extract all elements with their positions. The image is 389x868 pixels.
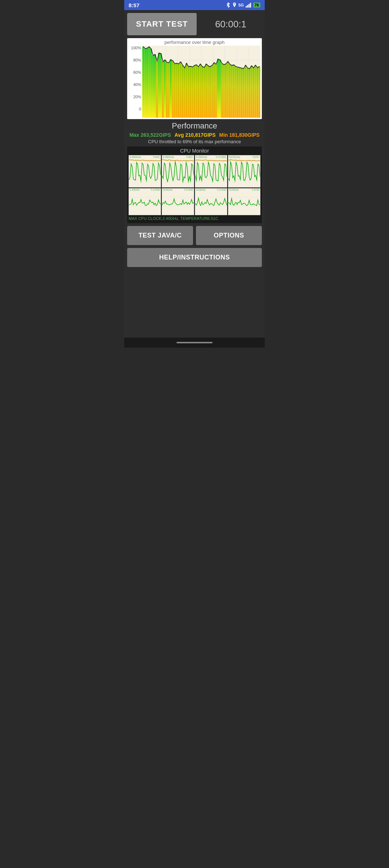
battery-indicator: 76: [253, 3, 260, 8]
cpu3-temp: T47C: [252, 155, 259, 159]
action-buttons-row: TEST JAVA/C OPTIONS: [127, 226, 262, 245]
cpu2-freq: 0.69GHz: [196, 155, 207, 159]
graph-yaxis: 100% 80% 60% 40% 20% 0: [129, 46, 142, 118]
start-test-button[interactable]: START TEST: [127, 13, 197, 35]
graph-area: time(interval 10min): [142, 46, 260, 118]
stat-max: Max 263,522GIPS: [129, 132, 171, 138]
svg-rect-2: [246, 6, 247, 8]
location-icon: [232, 2, 237, 8]
bottom-space: [127, 270, 262, 335]
test-java-c-button[interactable]: TEST JAVA/C: [127, 226, 193, 245]
cpu-cell-3: 0C9GHz T47C: [228, 155, 260, 187]
bluetooth-icon: [226, 2, 231, 8]
svg-rect-4: [249, 4, 250, 8]
5g-icon: 5G: [238, 3, 244, 7]
cpu2-temp: T-27300: [216, 155, 226, 159]
cpu-monitor-section: CPU Monitor 0.69GHz T44C 0.69GHz T45C 0.…: [127, 146, 262, 223]
top-row: START TEST 60:00:1: [127, 13, 262, 35]
cpu-grid-row2: 1.49GHz T-27300 0C9GHz T-27300 0C9GHz T-…: [129, 188, 260, 215]
cpu5-chart: [162, 189, 194, 215]
cpu-grid-row1: 0.69GHz T44C 0.69GHz T45C 0.69GHz T-2730…: [129, 155, 260, 187]
cpu-cell-0: 0.69GHz T44C: [129, 155, 161, 187]
stat-min: Min 181,830GIPS: [219, 132, 260, 138]
timer-display: 60:00:1: [200, 19, 262, 30]
cpu1-freq: 0.69GHz: [163, 155, 174, 159]
cpu7-chart: [228, 189, 260, 215]
cpu7-temp: T-2730: [251, 189, 259, 191]
cpu7-freq: 0C9GHz: [229, 189, 239, 191]
cpu6-freq: 0C9GHz: [196, 189, 206, 191]
cpu-footer: MAX CPU CLOCK:2.40GHz, TEMPERATURE:51C: [129, 215, 260, 222]
status-bar: 8:57 5G 76: [124, 0, 265, 10]
throttle-info: CPU throttled to 69% of its max performa…: [127, 139, 262, 144]
cpu-cell-4: 1.49GHz T-27300: [129, 188, 161, 215]
performance-numbers: Max 263,522GIPS Avg 210,817GIPS Min 181,…: [127, 132, 262, 138]
performance-graph-section: performance over time graph 100% 80% 60%…: [127, 38, 262, 119]
cpu4-chart: [129, 189, 161, 215]
cpu-monitor-title: CPU Monitor: [129, 148, 260, 154]
cpu0-freq: 0.69GHz: [130, 155, 141, 159]
performance-stats: Performance Max 263,522GIPS Avg 210,817G…: [127, 121, 262, 144]
cpu1-chart: [162, 155, 194, 187]
options-button[interactable]: OPTIONS: [196, 226, 262, 245]
cpu6-chart: [195, 189, 227, 215]
graph-container: 100% 80% 60% 40% 20% 0 time(interval 10m…: [129, 46, 260, 118]
cpu-cell-7: 0C9GHz T-2730: [228, 188, 260, 215]
cpu2-chart: [195, 155, 227, 187]
cpu-cell-1: 0.69GHz T45C: [162, 155, 194, 187]
graph-title: performance over time graph: [129, 40, 260, 45]
app-content: START TEST 60:00:1 performance over time…: [124, 10, 265, 338]
performance-chart: [142, 46, 260, 118]
cpu0-chart: [129, 155, 161, 187]
nav-bar: [124, 338, 265, 348]
cpu6-temp: T-27300: [217, 189, 226, 191]
signal-icon: [246, 3, 251, 8]
cpu1-temp: T45C: [186, 155, 193, 159]
cpu-cell-2: 0.69GHz T-27300: [195, 155, 227, 187]
svg-rect-3: [247, 5, 248, 8]
cpu3-chart: [228, 155, 260, 187]
cpu5-freq: 0C9GHz: [163, 189, 173, 191]
svg-rect-5: [250, 3, 251, 8]
cpu3-freq: 0C9GHz: [229, 155, 240, 159]
cpu4-temp: T-27300: [151, 189, 160, 191]
cpu4-freq: 1.49GHz: [130, 189, 140, 191]
home-indicator: [176, 342, 213, 343]
status-icons: 5G 76: [226, 2, 260, 8]
cpu-cell-5: 0C9GHz T-27300: [162, 188, 194, 215]
help-instructions-button[interactable]: HELP/INSTRUCTIONS: [127, 248, 262, 267]
cpu5-temp: T-27300: [184, 189, 193, 191]
cpu0-temp: T44C: [153, 155, 160, 159]
performance-title: Performance: [127, 121, 262, 131]
cpu-cell-6: 0C9GHz T-27300: [195, 188, 227, 215]
status-time: 8:57: [129, 2, 139, 8]
stat-avg: Avg 210,817GIPS: [175, 132, 216, 138]
